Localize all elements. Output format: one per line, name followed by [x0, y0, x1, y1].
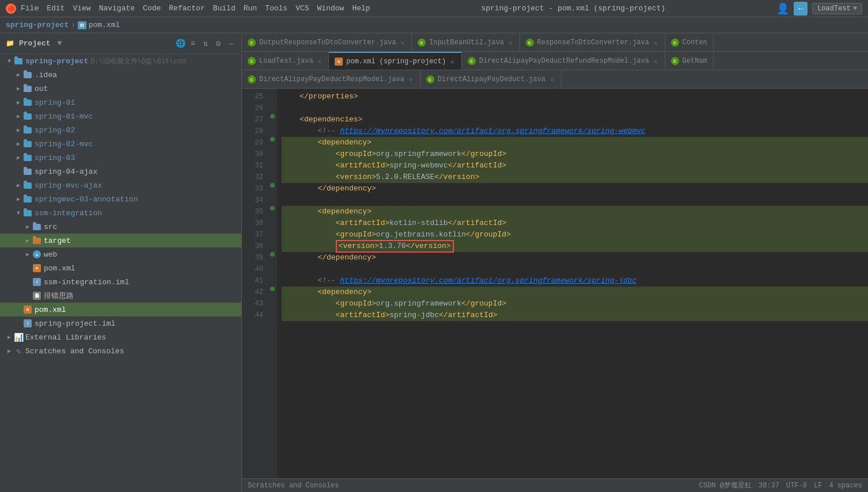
- sidebar-dropdown-icon[interactable]: ▼: [58, 39, 62, 48]
- tree-label-pomxml-ssm: pom.xml: [44, 264, 75, 273]
- tab-directalipayresp[interactable]: C DirectAlipayPayDeductRespModel.java ✕: [242, 70, 420, 89]
- tree-item-out[interactable]: ▶ out: [0, 82, 241, 96]
- tab-icon-inputbeanutil: C: [418, 39, 426, 47]
- back-nav-button[interactable]: ←: [794, 2, 808, 16]
- menu-help[interactable]: Help: [352, 4, 370, 13]
- sidebar-title: Project: [19, 39, 51, 48]
- tab-close-directalipayresp[interactable]: ✕: [408, 75, 414, 85]
- sidebar-align-icon[interactable]: ≡: [188, 39, 198, 48]
- tree-arrow-springmvcajax: ▶: [14, 181, 23, 190]
- sidebar-minus-icon[interactable]: —: [226, 39, 236, 48]
- sidebar-gear-icon[interactable]: ⚙: [214, 39, 223, 48]
- tree-item-spring02[interactable]: ▶ spring-02: [0, 123, 241, 137]
- menu-view[interactable]: View: [73, 4, 90, 13]
- tree-item-ssmiml[interactable]: i ssm-integration.iml: [0, 275, 241, 289]
- tab-directalipayrefund[interactable]: C DirectAlipayPayDeductRefundRespModel.j…: [462, 52, 665, 70]
- tree-item-spring01mvc[interactable]: ▶ spring-01-mvc: [0, 109, 241, 123]
- tree-item-pomxml-ssm[interactable]: m pom.xml: [0, 261, 241, 275]
- code-line-34: [282, 194, 868, 206]
- tree-item-springmvc03[interactable]: ▶ springmvc-03-annotation: [0, 192, 241, 206]
- menu-tools[interactable]: Tools: [265, 4, 287, 13]
- code-tag-38a: <version>: [339, 242, 379, 250]
- tree-item-spring04ajax[interactable]: spring-04-ajax: [0, 165, 241, 178]
- menu-navigate[interactable]: Navigate: [99, 4, 135, 13]
- code-comment-41: <!-- https://mvnrepository.com/artifact/…: [282, 275, 636, 287]
- breadcrumb-icon: m: [78, 21, 86, 29]
- tree-item-spring02mvc[interactable]: ▶ spring-02-mvc: [0, 137, 241, 151]
- ssm-folder-icon: [23, 208, 32, 218]
- spring02-folder-icon: [23, 125, 32, 135]
- web-folder-icon: w: [32, 250, 41, 259]
- sidebar-sort-icon[interactable]: ⇅: [201, 39, 210, 48]
- tab-close-outputresponse[interactable]: ✕: [400, 38, 406, 48]
- tab-directalipaydeduct[interactable]: C DirectAlipayPayDeduct.java ✕: [420, 70, 562, 89]
- ln-40: 40: [242, 264, 263, 275]
- menu-edit[interactable]: Edit: [47, 4, 65, 13]
- tab-close-pomxml[interactable]: ✕: [449, 57, 456, 67]
- tree-item-notes[interactable]: 📄 排错思路: [0, 289, 241, 303]
- run-config-dropdown-icon[interactable]: ▼: [853, 5, 857, 13]
- code-link-41[interactable]: https://mvnrepository.com/artifact/org.s…: [340, 276, 636, 285]
- tab-close-loadtest[interactable]: ✕: [317, 56, 323, 66]
- tree-item-src[interactable]: ▶ src: [0, 220, 241, 234]
- status-indent[interactable]: 4 spaces: [829, 482, 862, 490]
- code-content[interactable]: </properties> <dependencies> <!-- https:…: [277, 89, 868, 478]
- menu-vcs[interactable]: VCS: [295, 4, 309, 13]
- user-icon[interactable]: 👤: [776, 2, 789, 15]
- run-config-button[interactable]: LoadTest ▼: [812, 3, 862, 14]
- code-link-28[interactable]: https://mvnrepository.com/artifact/org.s…: [340, 127, 646, 135]
- tree-item-root[interactable]: ▼ spring-project D:\旧电脑文件\D盘\Git\con: [0, 54, 241, 68]
- menu-window[interactable]: Window: [317, 4, 344, 13]
- menu-bar: File Edit View Navigate Code Refactor Bu…: [21, 4, 370, 13]
- code-text-31: spring-webmvc: [389, 160, 448, 171]
- tab-getnam[interactable]: C GetNam: [665, 52, 714, 70]
- tab-inputbeanutil[interactable]: C InputBeanUtil.java ✕: [412, 33, 520, 52]
- spring04ajax-folder-icon: [23, 167, 32, 176]
- tab-close-inputbeanutil[interactable]: ✕: [507, 38, 514, 48]
- menu-run[interactable]: Run: [244, 4, 257, 13]
- code-tag-42: <dependency>: [282, 287, 372, 298]
- menu-refactor[interactable]: Refactor: [169, 4, 204, 13]
- src-folder-icon: [32, 222, 41, 231]
- tree-item-scratches[interactable]: ▶ ✎ Scratches and Consoles: [0, 344, 241, 358]
- code-line-42: <dependency>: [282, 287, 868, 298]
- code-tag-33: </dependency>: [282, 183, 376, 194]
- tree-item-target[interactable]: ▶ target: [0, 234, 241, 247]
- tree-item-web[interactable]: ▶ w web: [0, 247, 241, 261]
- code-tag-32b: </version>: [434, 171, 479, 183]
- tab-icon-directalipayresp: C: [248, 75, 256, 83]
- menu-file[interactable]: File: [21, 4, 39, 13]
- tab-close-directalipaydeduct[interactable]: ✕: [549, 75, 555, 85]
- tab-label-responsedto: ResponseToDtoConverter.java: [537, 39, 649, 47]
- tree-item-spring03[interactable]: ▶ spring-03: [0, 151, 241, 165]
- tree-item-idea[interactable]: ▶ .idea: [0, 68, 241, 82]
- status-encoding[interactable]: UTF-8: [786, 482, 807, 490]
- status-line-ending[interactable]: LF: [814, 482, 822, 490]
- sidebar-globe-icon[interactable]: 🌐: [176, 39, 185, 48]
- tab-pomxml[interactable]: m pom.xml (spring-project) ✕: [329, 52, 461, 70]
- breadcrumb-project[interactable]: spring-project: [6, 21, 69, 29]
- tree-item-spring01[interactable]: ▶ spring-01: [0, 96, 241, 109]
- status-position[interactable]: 38:37: [759, 482, 779, 490]
- tab-icon-directalipaydeduct: C: [426, 75, 434, 83]
- breadcrumb-file[interactable]: pom.xml: [89, 21, 120, 29]
- code-line-25: </properties>: [282, 91, 868, 102]
- tab-responsedto[interactable]: C ResponseToDtoConverter.java ✕: [520, 33, 665, 52]
- tab-loadtest[interactable]: C LoadTest.java ✕: [242, 52, 329, 70]
- tree-item-projectiml[interactable]: i spring-project.iml: [0, 316, 241, 330]
- tab-close-directalipayrefund[interactable]: ✕: [653, 56, 659, 66]
- menu-code[interactable]: Code: [143, 4, 161, 13]
- tree-item-pomxml-root[interactable]: m pom.xml: [0, 303, 241, 316]
- tree-item-ssm[interactable]: ▼ ssm-integration: [0, 206, 241, 220]
- code-text-37: org.jetbrains.kotlin: [376, 229, 466, 241]
- tab-close-responsedto[interactable]: ✕: [653, 38, 659, 48]
- ln-28: 28: [242, 125, 263, 137]
- code-text-30: org.springframework: [376, 148, 461, 160]
- tab-icon-responsedto: C: [526, 39, 534, 47]
- tree-label-spring01mvc: spring-01-mvc: [35, 112, 93, 121]
- tab-outputresponse[interactable]: C OutputResponseToDtoConverter.java ✕: [242, 33, 412, 52]
- tree-item-springmvcajax[interactable]: ▶ spring-mvc-ajax: [0, 178, 241, 192]
- tab-conten[interactable]: C Conten: [665, 33, 714, 52]
- tree-item-extlibs[interactable]: ▶ 📊 External Libraries: [0, 330, 241, 344]
- menu-build[interactable]: Build: [213, 4, 236, 13]
